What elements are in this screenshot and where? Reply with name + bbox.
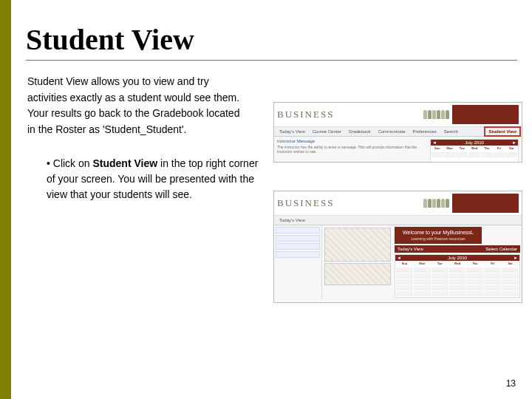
nav-tabs: Today's View [274,216,522,225]
accent-bar [0,0,11,399]
main-area [322,225,393,299]
lms-logo: BUSINESS [277,109,334,120]
toolbar-right: Select Calendar [485,247,517,251]
welcome-panel: Welcome to your MyBusinessL Learning wit… [395,227,482,244]
page-title: Student View [26,22,532,57]
user-info-box [452,194,519,213]
course-image [324,263,391,285]
cal-next-icon: ► [512,140,516,145]
cal-month: July 2010 [448,256,467,260]
bullet-prefix: • Click on [47,157,92,169]
tab-todays-view: Today's View [277,129,307,134]
calendar-widget: ◄July 2010► SunMonTueWedThuFriSat [430,139,519,163]
tab-todays-view: Today's View [277,217,307,223]
message-body: The instructor has the ability to enter … [277,145,427,154]
tab-gradebook: Gradebook [347,129,373,134]
nav-tabs: Today's View Course Center Gradebook Com… [274,127,522,137]
calendar-toolbar: Today's View Select Calendar [395,245,520,253]
screenshot-instructor-view: BUSINESS Today's View Course Center Grad… [273,102,522,163]
cal-month: July 2010 [465,140,484,145]
calendar-grid: SunMonTueWedThuFriSat [395,261,519,297]
message-area: Instructor Message The instructor has th… [277,139,427,163]
bullet-bold: Student View [92,157,157,169]
user-info-box [452,105,519,124]
tab-search: Search [442,129,460,134]
intro-paragraph: Student View allows you to view and try … [27,74,249,138]
course-image [324,228,391,262]
lms-logo: BUSINESS [277,197,334,209]
cal-prev-icon: ◄ [397,256,401,260]
page-number: 13 [506,378,516,389]
cal-prev-icon: ◄ [432,140,437,145]
calendar-grid: SunMonTueWedThuFriSat [431,146,518,158]
calendar-widget: ◄July 2010► SunMonTueWedThuFriSat [395,254,520,298]
title-underline [26,60,517,61]
slide: Student View Student View allows you to … [11,0,532,399]
screenshot-student-view: BUSINESS Today's View Welcome to your My… [273,191,522,303]
toolbar-left: Today's View [398,247,423,251]
message-title: Instructor Message [277,139,427,143]
welcome-title: Welcome to your MyBusinessL [403,230,474,235]
tab-communicate: Communicate [375,129,407,134]
welcome-subtitle: Learning with Pearson resources [398,236,479,241]
sidebar-notifications [274,225,322,299]
people-icon [423,199,449,208]
people-icon [423,110,449,119]
cal-next-icon: ► [514,256,518,260]
tab-preferences: Preferences [410,129,438,134]
student-view-link: Student View [486,129,519,134]
tab-course-center: Course Center [310,129,344,134]
instruction-bullet: • Click on Student View in the top right… [47,156,268,202]
